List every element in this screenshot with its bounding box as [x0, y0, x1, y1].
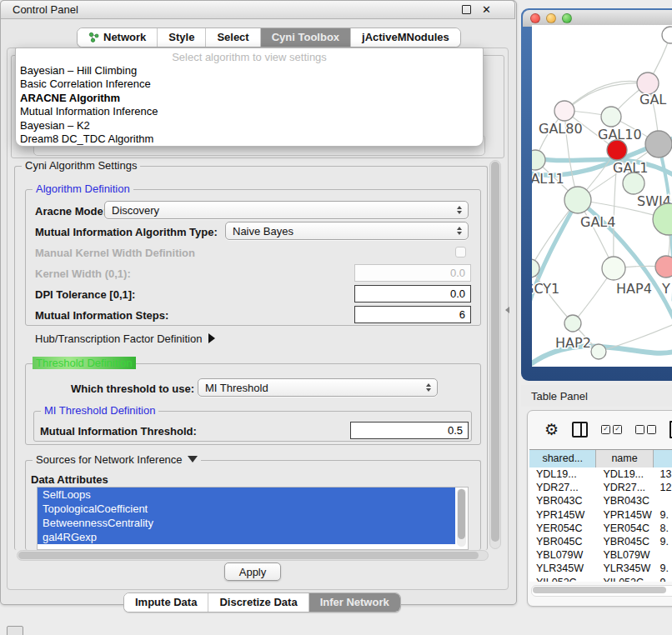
algorithm-option[interactable]: Bayesian – Hill Climbing: [16, 64, 483, 78]
network-node-y[interactable]: [655, 256, 672, 278]
float-window-icon[interactable]: [462, 5, 471, 14]
minimize-traffic-icon[interactable]: [546, 13, 556, 23]
hub-definition-toggle[interactable]: Hub/Transcription Factor Definition: [35, 332, 215, 345]
panel-splitter-arrow[interactable]: [505, 307, 509, 313]
tab-select[interactable]: Select: [205, 28, 259, 47]
network-node[interactable]: [591, 344, 606, 359]
table-cell: YER054C: [596, 522, 653, 535]
column-header[interactable]: shared...: [529, 450, 596, 468]
mi-type-combo[interactable]: Naive Bayes: [225, 222, 469, 240]
column-header[interactable]: [654, 450, 672, 468]
table-cell: YBR045C: [529, 535, 596, 548]
attr-scroll-thumb[interactable]: [458, 489, 465, 539]
manual-kernel-checkbox[interactable]: [455, 247, 466, 258]
stepper-icon: [457, 227, 462, 235]
network-node[interactable]: [645, 131, 672, 158]
network-node-gal10[interactable]: [601, 107, 621, 127]
table-row[interactable]: YPR145WYPR145W9.: [529, 508, 672, 522]
table-row[interactable]: YLR345WYLR345W9.: [529, 562, 672, 575]
tab-infer-network[interactable]: Infer Network: [308, 593, 400, 612]
tab-discretize-data[interactable]: Discretize Data: [208, 593, 308, 612]
table-header: shared...name: [529, 449, 672, 468]
network-node-hap2[interactable]: [564, 315, 581, 332]
settings-vscroll-thumb[interactable]: [491, 162, 499, 542]
table-cell: YBR043C: [596, 494, 653, 508]
expand-right-icon: [208, 333, 215, 343]
tab-style[interactable]: Style: [157, 28, 205, 47]
settings-horizontal-scrollbar[interactable]: [17, 550, 489, 561]
tab-impute-data[interactable]: Impute Data: [124, 593, 208, 612]
select-all-checkboxes-icon[interactable]: ✓✓: [601, 425, 622, 434]
control-panel-titlebar[interactable]: Control Panel ✕: [0, 0, 515, 19]
close-traffic-icon[interactable]: [530, 13, 540, 23]
aracne-mode-label: Aracne Mode:: [35, 205, 107, 218]
table-row[interactable]: YER054CYER054C8.: [529, 522, 672, 535]
table-horizontal-scrollbar[interactable]: [531, 585, 672, 597]
tab-network[interactable]: Network: [78, 28, 157, 47]
table-row[interactable]: YBR045CYBR045C9.: [529, 535, 672, 548]
columns-icon[interactable]: [572, 422, 588, 438]
data-attribute-item[interactable]: TopologicalCoefficient: [38, 502, 455, 516]
table-row[interactable]: YBR043CYBR043C: [529, 494, 672, 508]
dpi-tolerance-field[interactable]: 0.0: [354, 285, 471, 302]
algorithm-option[interactable]: Dream8 DC_TDC Algorithm: [16, 132, 483, 146]
sources-title-toggle[interactable]: Sources for Network Inference: [33, 453, 201, 466]
gear-icon[interactable]: ⚙: [544, 422, 559, 438]
algorithm-option[interactable]: Mutual Information Inference: [16, 105, 483, 118]
network-node[interactable]: [662, 27, 672, 43]
table-row[interactable]: YDL19...YDL19...13: [529, 468, 672, 481]
algorithm-option[interactable]: Bayesian – K2: [16, 119, 483, 132]
network-node-swi4[interactable]: [623, 172, 644, 194]
deselect-all-checkboxes-icon[interactable]: [635, 425, 656, 434]
network-node-gal80[interactable]: [554, 101, 574, 121]
table-cell: YDR27...: [596, 481, 653, 494]
hub-definition-label: Hub/Transcription Factor Definition: [35, 332, 202, 345]
algorithm-definition-title: Algorithm Definition: [33, 182, 133, 195]
mi-type-label: Mutual Information Algorithm Type:: [35, 226, 218, 238]
network-edge[interactable]: [564, 81, 648, 111]
tab-label: Cyni Toolbox: [272, 31, 339, 43]
data-attribute-item[interactable]: BetweennessCentrality: [38, 516, 455, 530]
mi-steps-field[interactable]: 6: [354, 306, 471, 323]
apply-button[interactable]: Apply: [224, 562, 281, 581]
kernel-width-label: Kernel Width (0,1):: [35, 268, 131, 280]
data-attribute-item[interactable]: SelfLoops: [38, 488, 455, 502]
mi-steps-label: Mutual Information Steps:: [35, 309, 168, 322]
tab-jactivemnodules[interactable]: jActiveMNodules: [350, 28, 460, 47]
column-header[interactable]: name: [596, 450, 653, 468]
mi-threshold-field[interactable]: 0.5: [350, 422, 469, 439]
network-node-hap4[interactable]: [602, 257, 625, 280]
algorithm-option[interactable]: Basic Correlation Inference: [16, 78, 483, 91]
close-icon[interactable]: ✕: [482, 4, 491, 15]
which-threshold-combo[interactable]: MI Threshold: [198, 378, 438, 397]
table-cell: 9.: [654, 508, 672, 522]
table-panel-titlebar[interactable]: Table Panel: [521, 385, 672, 407]
zoom-traffic-icon[interactable]: [562, 13, 572, 23]
table-cell: YBR043C: [529, 494, 596, 508]
network-window-titlebar[interactable]: [523, 10, 672, 27]
table-hscroll-thumb[interactable]: [533, 587, 666, 593]
node-label: GAL11: [532, 171, 564, 187]
table-row[interactable]: YBL079WYBL079W: [529, 548, 672, 562]
settings-hscroll-thumb[interactable]: [18, 552, 479, 559]
network-node-gal1[interactable]: [607, 140, 627, 160]
data-attribute-item[interactable]: gal4RGexp: [38, 530, 455, 544]
table-row[interactable]: YDR27...YDR27...12: [529, 481, 672, 494]
attr-list-scrollbar[interactable]: [457, 488, 466, 547]
algorithm-option[interactable]: ARACNE Algorithm: [16, 92, 483, 105]
settings-vertical-scrollbar[interactable]: [489, 160, 501, 549]
aracne-mode-combo[interactable]: Discovery: [104, 201, 469, 219]
algorithm-placeholder: Select algorithm to view settings: [16, 50, 483, 64]
network-canvas[interactable]: GALGAL80GAL10GAL1GAL11SWI4GAL4GCY1HAP4YH…: [532, 25, 672, 367]
minimized-panel-icon[interactable]: [7, 626, 23, 635]
tab-cyni-toolbox[interactable]: Cyni Toolbox: [260, 28, 350, 47]
table-row[interactable]: YIL052CYIL052C9: [529, 576, 672, 582]
table-panel-title: Table Panel: [531, 390, 588, 402]
node-label: HAP4: [616, 281, 652, 297]
manual-kernel-label: Manual Kernel Width Definition: [35, 247, 195, 259]
kernel-width-field[interactable]: 0.0: [354, 264, 471, 282]
table-cell: 9.: [654, 535, 672, 548]
network-node-gal4[interactable]: [564, 187, 591, 213]
table-cell: YIL052C: [529, 576, 596, 582]
data-attributes-list[interactable]: SelfLoopsTopologicalCoefficientBetweenne…: [37, 487, 469, 550]
